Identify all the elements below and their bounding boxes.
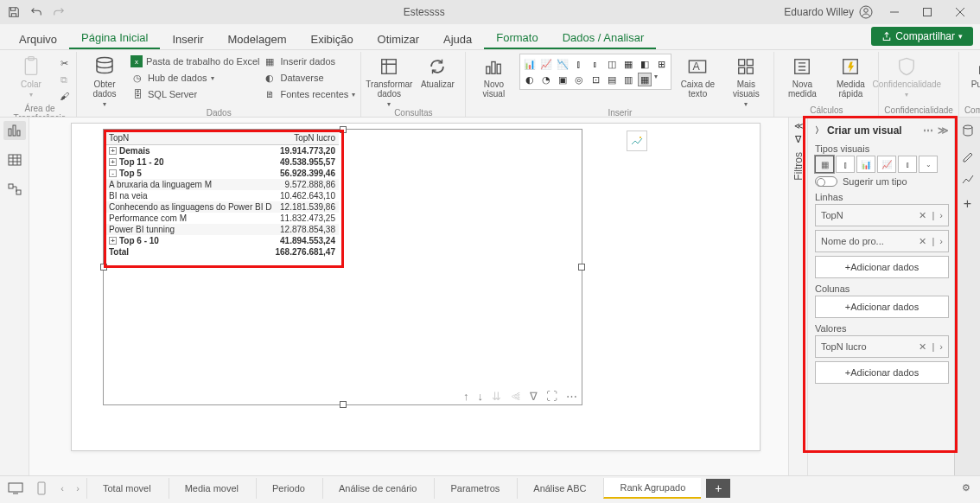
page-tab[interactable]: Rank Agrupado xyxy=(603,478,701,499)
chart-icon[interactable]: ▥ xyxy=(621,73,635,86)
remove-icon[interactable]: ✕ xyxy=(919,341,926,353)
more-icon[interactable]: ⋯ xyxy=(566,390,577,403)
page-tab[interactable]: Análise ABC xyxy=(517,478,601,499)
more-icon[interactable]: ⋯ xyxy=(923,124,934,137)
matrix-visual[interactable]: TopNTopN lucro +Demais19.914.773,20+Top … xyxy=(103,129,582,405)
chart-icon[interactable]: ◎ xyxy=(572,73,586,86)
report-canvas[interactable]: TopNTopN lucro +Demais19.914.773,20+Top … xyxy=(29,118,788,475)
expand-all-icon[interactable]: ⫷ xyxy=(510,390,521,403)
chevron-right-icon[interactable]: › xyxy=(939,236,943,247)
share-button[interactable]: Compartilhar▾ xyxy=(871,27,973,46)
new-visual-button[interactable]: Novo visual xyxy=(471,54,516,99)
cut-button[interactable]: ✂ xyxy=(57,55,71,71)
tab-otimizar[interactable]: Otimizar xyxy=(366,28,431,49)
table-row[interactable]: Power BI tunning12.878.854,38 xyxy=(105,224,339,235)
text-box-button[interactable]: A Caixa de texto xyxy=(675,54,720,99)
table-row[interactable]: +Top 6 - 1041.894.553,24 xyxy=(105,235,339,246)
transform-data-button[interactable]: Transformar dados▾ xyxy=(366,54,411,108)
viz-tile[interactable]: 📈 xyxy=(877,156,896,173)
viz-tile[interactable]: 📊 xyxy=(856,156,875,173)
resize-handle[interactable] xyxy=(340,401,347,408)
refresh-button[interactable]: Atualizar xyxy=(415,54,460,89)
dataverse-button[interactable]: ◐Dataverse xyxy=(263,70,355,86)
excel-button[interactable]: xPasta de trabalho do Excel xyxy=(130,54,259,69)
tab-arquivo[interactable]: Arquivo xyxy=(7,28,69,49)
chevron-icon[interactable]: 〉 xyxy=(815,124,824,137)
table-row[interactable]: +Demais19.914.773,20 xyxy=(105,145,339,156)
remove-icon[interactable]: ✕ xyxy=(919,236,926,247)
chart-icon[interactable]: ⊞ xyxy=(654,57,668,71)
page-tab[interactable]: Media movel xyxy=(169,478,254,499)
chart-icon[interactable]: ⫿ xyxy=(572,57,586,71)
expand-icon[interactable]: + xyxy=(109,158,117,166)
chart-icon[interactable]: ▦ xyxy=(638,73,652,86)
chart-icon[interactable]: ◔ xyxy=(539,73,553,86)
report-page[interactable]: TopNTopN lucro +Demais19.914.773,20+Top … xyxy=(71,123,760,451)
expand-icon[interactable]: ⇊ xyxy=(492,390,501,403)
tab-pagina-inicial[interactable]: Página Inicial xyxy=(69,26,160,49)
table-row[interactable]: -Top 556.928.399,46 xyxy=(105,168,339,179)
expand-icon[interactable]: + xyxy=(109,147,117,155)
field-well-lucro[interactable]: TopN lucro✕|› xyxy=(815,335,949,358)
chart-icon[interactable]: ⫾ xyxy=(589,57,602,71)
resize-handle[interactable] xyxy=(578,264,585,271)
col-header[interactable]: TopN xyxy=(105,133,270,143)
redo-icon[interactable] xyxy=(48,3,69,22)
chart-icon[interactable]: ⊡ xyxy=(589,73,602,86)
data-view-button[interactable] xyxy=(3,150,26,169)
remove-icon[interactable]: ✕ xyxy=(919,210,926,221)
undo-icon[interactable] xyxy=(26,3,47,22)
chart-icon[interactable]: ▦ xyxy=(621,57,635,71)
field-well-topn[interactable]: TopN✕|› xyxy=(815,204,949,226)
user-label[interactable]: Eduardo Willey xyxy=(779,5,878,19)
table-row[interactable]: A bruxaria da linguagem M9.572.888,86 xyxy=(105,179,339,190)
focus-icon[interactable]: ⛶ xyxy=(546,390,557,403)
model-view-button[interactable] xyxy=(3,180,26,199)
add-pane-button[interactable]: + xyxy=(959,195,977,213)
tab-inserir[interactable]: Inserir xyxy=(160,28,215,49)
chart-icon[interactable]: ◐ xyxy=(523,73,537,86)
table-row[interactable]: Total168.276.681,47 xyxy=(105,246,339,258)
more-visuals-button[interactable]: Mais visuais▾ xyxy=(723,54,768,108)
chart-icon[interactable]: ▤ xyxy=(605,73,619,86)
new-measure-button[interactable]: Nova medida xyxy=(780,54,824,99)
enter-data-button[interactable]: ▦Inserir dados xyxy=(263,54,355,69)
mobile-view-icon[interactable] xyxy=(29,479,54,498)
drill-up-icon[interactable]: ↑ xyxy=(463,390,469,403)
chart-icon[interactable]: 📉 xyxy=(556,57,570,71)
page-tab[interactable]: Análise de cenário xyxy=(322,478,433,499)
page-tab[interactable]: Total movel xyxy=(86,478,167,499)
save-icon[interactable] xyxy=(3,3,24,22)
resize-handle[interactable] xyxy=(100,264,107,271)
col-header[interactable]: TopN lucro xyxy=(270,133,339,143)
page-tab[interactable]: Parametros xyxy=(434,478,515,499)
copy-button[interactable]: ⧉ xyxy=(57,72,71,87)
desktop-view-icon[interactable] xyxy=(3,479,28,498)
next-page-icon[interactable]: › xyxy=(71,483,85,493)
table-row[interactable]: Performance com M11.832.473,25 xyxy=(105,213,339,224)
filter-icon[interactable]: ∇ xyxy=(530,390,538,403)
tab-formato[interactable]: Formato xyxy=(484,26,550,49)
report-view-button[interactable] xyxy=(3,121,26,140)
recent-sources-button[interactable]: 🗎Fontes recentes▾ xyxy=(263,86,355,102)
page-tab[interactable]: Periodo xyxy=(256,478,321,499)
chart-icon[interactable]: ◧ xyxy=(638,57,652,71)
format-painter-button[interactable]: 🖌 xyxy=(57,88,71,104)
chevron-right-icon[interactable]: › xyxy=(939,341,943,353)
viz-tile[interactable]: ⫿ xyxy=(836,156,855,173)
add-data-button[interactable]: +Adicionar dados xyxy=(815,296,949,318)
tab-exibicao[interactable]: Exibição xyxy=(298,28,365,49)
maximize-button[interactable] xyxy=(911,0,944,24)
table-row[interactable]: BI na veia10.462.643,10 xyxy=(105,190,339,201)
viz-tile[interactable]: ⌄ xyxy=(919,156,938,173)
suggest-toggle[interactable]: Sugerir um tipo xyxy=(815,176,949,187)
tab-ajuda[interactable]: Ajuda xyxy=(431,28,484,49)
tab-modelagem[interactable]: Modelagem xyxy=(216,28,299,49)
chevron-right-icon[interactable]: › xyxy=(939,210,943,221)
collapse-icon[interactable]: ≪ xyxy=(794,121,803,131)
filters-pane-collapsed[interactable]: ≪ ∇ Filtros xyxy=(788,118,807,475)
quick-measure-button[interactable]: Medida rápida xyxy=(828,54,873,99)
table-row[interactable]: +Top 11 - 2049.538.955,57 xyxy=(105,156,339,168)
data-hub-button[interactable]: ◷Hub de dados▾ xyxy=(130,70,259,86)
prev-page-icon[interactable]: ‹ xyxy=(55,483,69,493)
